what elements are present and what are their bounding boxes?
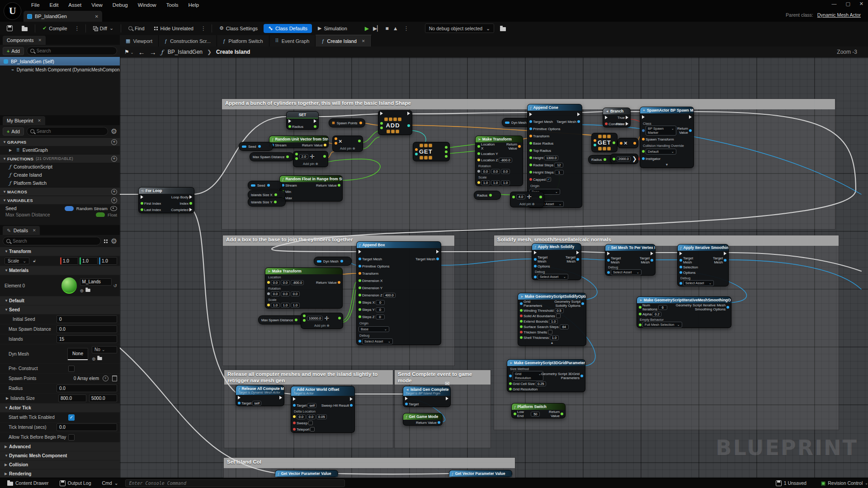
- for-loop[interactable]: ⟲For LoopLoop BodyFirst IndexIndexLast I…: [138, 187, 194, 213]
- pin-checkbox[interactable]: [548, 330, 552, 334]
- spawn-actor[interactable]: ✦SpawnActor BP Spawn MarkerClassBP Spawn…: [640, 107, 694, 168]
- pin-value-field[interactable]: 0.0: [307, 414, 316, 419]
- get-game-mode[interactable]: ƒGet Game ModeReturn Value: [403, 413, 443, 426]
- make-transform-2[interactable]: ➤Make TransformLocation0.00.0-800.0Retur…: [265, 267, 343, 309]
- op-mult-2[interactable]: ×: [618, 138, 638, 148]
- details-row-max-spawn-distance[interactable]: Max Spawn Distance0.0: [0, 324, 120, 334]
- details-search-input[interactable]: Search: [3, 237, 101, 245]
- details-row-allow-tick-before-begin-play[interactable]: Allow Tick Before Begin Play: [0, 432, 120, 442]
- pin-value-field[interactable]: 1300.0: [544, 155, 558, 160]
- tab-viewport[interactable]: ▦Viewport: [120, 35, 159, 47]
- islands-size-field-1[interactable]: 5000.0: [89, 394, 117, 402]
- op-add-1[interactable]: 2.0✛Add pin ⊕: [293, 151, 328, 167]
- max-spawn-distance-field[interactable]: 0.0: [57, 325, 117, 333]
- details-row-islands[interactable]: Islands15: [0, 334, 120, 344]
- content-drawer-button[interactable]: Content Drawer: [4, 478, 52, 488]
- tab-components[interactable]: Components ✕: [3, 36, 46, 45]
- add-pin-button[interactable]: Add pin ⊕: [510, 202, 544, 207]
- scale-y-field[interactable]: 1.0: [80, 257, 98, 265]
- lock-icon[interactable]: 🔓︎: [33, 258, 36, 263]
- unreal-engine-logo-icon[interactable]: U: [4, 2, 21, 20]
- hide-unrelated-button[interactable]: Hide Unrelated: [151, 24, 197, 33]
- details-row-collision[interactable]: ▶Collision: [0, 460, 120, 469]
- pin-value-field[interactable]: 0.0: [481, 169, 490, 174]
- random-unit-vector[interactable]: ƒRandom Unit Vector from StreamStreamRet…: [269, 136, 329, 148]
- variables-section-header[interactable]: ▼VARIABLES +: [0, 196, 120, 204]
- pin-value-field[interactable]: 1.0: [481, 180, 490, 185]
- frame-skip-button[interactable]: ▶▏: [373, 25, 381, 32]
- gear-icon[interactable]: ⚙: [111, 127, 117, 136]
- simulation-button[interactable]: ▶ Simulation: [315, 24, 350, 33]
- pin-value-field[interactable]: 0.0: [281, 291, 290, 296]
- close-icon[interactable]: ✕: [38, 118, 41, 123]
- my-blueprint-search-input[interactable]: Search: [27, 127, 108, 136]
- gear-icon[interactable]: ⚙: [111, 237, 117, 245]
- pin-value-field[interactable]: self: [252, 401, 261, 406]
- breadcrumb-root[interactable]: BP_IslandGen: [168, 49, 203, 55]
- play-button[interactable]: ▶: [365, 25, 369, 32]
- pin-dropdown[interactable]: Select Asset⌄: [683, 280, 714, 286]
- pin-value-field[interactable]: 0.0: [491, 169, 500, 174]
- sidebar-item-platform-switch[interactable]: ƒ Platform Switch: [0, 179, 120, 187]
- add-variable-icon[interactable]: +: [111, 197, 117, 203]
- diff-button[interactable]: Diff ⌄: [90, 24, 117, 33]
- details-filter-icon[interactable]: [104, 239, 108, 244]
- reset-icon[interactable]: ↺: [113, 283, 117, 288]
- material-name-field[interactable]: M_Lands: [80, 278, 112, 286]
- tab-create-island[interactable]: ƒCreate Island✕: [316, 35, 371, 47]
- sidebar-item-create-island[interactable]: ƒ Create Island: [0, 171, 120, 179]
- sidebar-item-eventgraph[interactable]: ▶⠿ EventGraph: [0, 146, 120, 154]
- compile-options-icon[interactable]: ⋮: [73, 25, 81, 32]
- menu-debug[interactable]: Debug: [108, 1, 133, 9]
- pin-value-field[interactable]: 0: [376, 307, 385, 312]
- pin-value-field[interactable]: 0.0: [501, 169, 510, 174]
- component-row-self[interactable]: BP_IslandGen (Self): [0, 57, 120, 66]
- pin-value-field[interactable]: 400.0: [383, 293, 396, 298]
- revision-control-button[interactable]: ▣ Revision Control ⌄: [817, 480, 868, 486]
- menu-file[interactable]: File: [26, 1, 45, 9]
- close-icon[interactable]: ✕: [38, 38, 42, 42]
- pin-value-field[interactable]: 0.0: [297, 414, 306, 419]
- asset-tab-bp-islandgen[interactable]: BP_IslandGen ✕: [24, 11, 102, 22]
- random-float-range[interactable]: ƒRandom Float in Range from StreamStream…: [279, 175, 343, 202]
- tab-event-graph[interactable]: ⠿Event Graph: [269, 35, 316, 47]
- browse-asset-button[interactable]: [19, 24, 31, 33]
- cmd-dropdown[interactable]: Cmd ⌄: [99, 478, 122, 488]
- menu-edit[interactable]: Edit: [45, 1, 64, 9]
- pill-max-spawn-2[interactable]: Max Spawn Distance: [258, 315, 304, 324]
- pill-radius-2[interactable]: Radius: [474, 191, 501, 200]
- add-macro-icon[interactable]: +: [111, 189, 117, 195]
- make-transform-1[interactable]: ➤Make TransformLocation XReturn ValueLoc…: [475, 136, 523, 186]
- output-log-button[interactable]: Output Log: [56, 478, 95, 488]
- close-icon[interactable]: ✕: [362, 39, 365, 43]
- pin-value-field[interactable]: 0.5: [555, 308, 564, 313]
- grid-add[interactable]: ADD: [378, 110, 412, 135]
- pin-value-field[interactable]: 1.0: [549, 319, 558, 324]
- sidebar-item-constructionscript[interactable]: ƒ ConstructionScript: [0, 163, 120, 171]
- variable-row-max-spawn-distance[interactable]: Max Spawn Distance Float: [0, 212, 120, 217]
- tab-construction-scr[interactable]: ƒConstruction Scr...: [159, 35, 217, 47]
- details-row-materials[interactable]: ▼Materials: [0, 266, 120, 275]
- pin-value-field[interactable]: 50: [531, 412, 540, 417]
- details-row-dynamic-mesh-component[interactable]: ▼Dynamic Mesh Component: [0, 451, 120, 460]
- components-search-input[interactable]: Search: [27, 47, 117, 55]
- save-button[interactable]: [4, 24, 16, 33]
- pin-value-field[interactable]: 1.0: [281, 303, 290, 308]
- pin-value-field[interactable]: 0.2: [652, 312, 661, 317]
- scale-x-field[interactable]: 1.0: [60, 257, 78, 265]
- pin-value-field[interactable]: -800.0: [291, 280, 304, 285]
- pin-dropdown[interactable]: BP Spawn Marker⌄: [646, 126, 676, 136]
- pre-construct-checkbox[interactable]: [68, 366, 75, 372]
- get-vector-param-2[interactable]: ƒGet Vector Parameter Value: [449, 470, 512, 477]
- add-pin-button[interactable]: Add pin ⊕: [293, 161, 328, 167]
- make-solidify-options[interactable]: ➤Make GeometryScriptSolidifyOptionsGrid …: [518, 293, 586, 346]
- append-box[interactable]: ƒAppend BoxTarget MeshTarget MeshPrimiti…: [356, 241, 441, 345]
- add-array-element-icon[interactable]: +: [103, 375, 108, 381]
- pin-checkbox[interactable]: [556, 314, 561, 318]
- asset-tab-close-icon[interactable]: ✕: [95, 14, 99, 19]
- pin-value-field[interactable]: 1.0: [271, 303, 280, 308]
- pin-dropdown[interactable]: Base⌄: [359, 326, 389, 332]
- details-row-scale[interactable]: Scale⌄🔓︎1.01.01.0: [0, 256, 120, 266]
- tab-details[interactable]: ✎ Details ✕: [3, 226, 40, 235]
- dyn-mesh-asset-picker[interactable]: None: [67, 348, 88, 360]
